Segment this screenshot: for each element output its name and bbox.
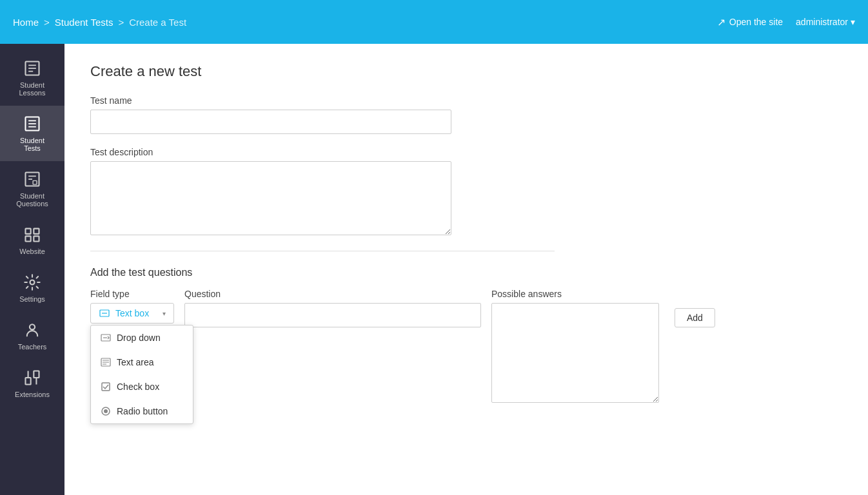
breadcrumb-student-tests[interactable]: Student Tests	[55, 17, 113, 28]
field-type-col: Field type Text box ▾	[90, 289, 174, 324]
question-col: Question	[184, 289, 481, 327]
test-name-label: Test name	[90, 95, 555, 106]
dropdown-item-label: Text area	[117, 357, 154, 367]
sidebar-item-teachers[interactable]: Teachers	[0, 312, 64, 360]
possible-answers-col: Possible answers	[491, 289, 659, 405]
admin-menu-button[interactable]: administrator ▾	[796, 17, 855, 27]
test-description-group: Test description	[90, 147, 555, 238]
possible-answers-textarea[interactable]	[491, 303, 659, 403]
breadcrumb-sep2: >	[118, 17, 124, 28]
sidebar-item-website[interactable]: Website	[0, 217, 64, 264]
field-type-label: Field type	[90, 289, 174, 299]
svg-rect-18	[26, 378, 31, 385]
dropdown-item-check-box[interactable]: Check box	[91, 374, 193, 399]
possible-answers-label: Possible answers	[491, 289, 659, 299]
text-area-icon	[100, 356, 112, 368]
sidebar-item-student-lessons[interactable]: StudentLessons	[0, 50, 64, 106]
open-site-button[interactable]: ↗ Open the site	[717, 16, 783, 28]
dropdown-item-label: Drop down	[117, 333, 161, 343]
test-name-group: Test name	[90, 95, 555, 134]
svg-point-16	[30, 280, 35, 285]
radio-button-icon	[100, 405, 112, 417]
teachers-icon	[23, 321, 41, 339]
svg-rect-11	[33, 180, 37, 184]
open-site-label: Open the site	[729, 17, 783, 27]
question-input[interactable]	[184, 303, 481, 327]
svg-point-17	[30, 324, 35, 329]
svg-rect-13	[34, 229, 39, 234]
admin-label: administrator	[796, 17, 848, 27]
breadcrumb: Home > Student Tests > Create a Test	[13, 17, 186, 28]
svg-rect-30	[102, 383, 110, 391]
page-title: Create a new test	[90, 63, 842, 80]
topbar-right: ↗ Open the site administrator ▾	[717, 16, 855, 28]
layout: StudentLessons StudentTests StudentQuest…	[0, 44, 868, 495]
sidebar-item-label: Website	[19, 248, 45, 255]
dropdown-caret-icon: ▾	[163, 310, 166, 317]
main-content: Create a new test Test name Test descrip…	[64, 44, 868, 495]
svg-rect-19	[34, 371, 39, 378]
external-link-icon: ↗	[717, 16, 725, 28]
sidebar-item-extensions[interactable]: Extensions	[0, 360, 64, 407]
svg-rect-15	[34, 236, 39, 241]
topbar: Home > Student Tests > Create a Test ↗ O…	[0, 0, 868, 44]
field-type-dropdown-wrapper: Text box ▾	[90, 303, 174, 324]
extensions-icon	[23, 369, 41, 387]
add-button[interactable]: Add	[675, 308, 715, 327]
questions-icon	[23, 170, 41, 188]
field-type-dropdown-button[interactable]: Text box ▾	[90, 303, 174, 324]
dropdown-item-label: Check box	[117, 382, 159, 392]
question-label: Question	[184, 289, 481, 299]
sidebar-item-settings[interactable]: Settings	[0, 264, 64, 312]
dropdown-item-text-area[interactable]: Text area	[91, 350, 193, 374]
svg-rect-14	[26, 236, 31, 241]
breadcrumb-home[interactable]: Home	[13, 17, 39, 28]
sidebar-item-student-tests[interactable]: StudentTests	[0, 106, 64, 161]
test-name-input[interactable]	[90, 110, 451, 134]
gear-icon	[23, 273, 41, 291]
form-section: Test name Test description Add the test …	[90, 95, 555, 405]
divider	[90, 251, 555, 251]
sidebar: StudentLessons StudentTests StudentQuest…	[0, 44, 64, 495]
dropdown-selected-label: Text box	[115, 308, 149, 318]
sidebar-item-label: Settings	[19, 295, 45, 303]
dropdown-item-radio-button[interactable]: Radio button	[91, 399, 193, 423]
lessons-icon	[23, 59, 41, 77]
dropdown-item-label: Radio button	[117, 406, 168, 416]
svg-point-32	[104, 409, 108, 413]
sidebar-item-student-questions[interactable]: StudentQuestions	[0, 161, 64, 217]
breadcrumb-current: Create a Test	[129, 17, 186, 28]
test-description-textarea[interactable]	[90, 161, 451, 235]
tests-icon	[23, 115, 41, 133]
website-icon	[23, 226, 41, 244]
questions-row: Field type Text box ▾	[90, 289, 555, 405]
test-description-label: Test description	[90, 147, 555, 157]
check-box-icon	[100, 381, 112, 393]
field-type-dropdown-menu: Drop down	[90, 325, 193, 424]
dropdown-item-drop-down[interactable]: Drop down	[91, 325, 193, 350]
add-questions-title: Add the test questions	[90, 267, 555, 278]
sidebar-item-label: Teachers	[18, 343, 47, 351]
drop-down-icon	[100, 332, 112, 344]
svg-rect-12	[26, 229, 31, 234]
textbox-icon	[99, 307, 110, 319]
sidebar-item-label: StudentTests	[20, 137, 44, 152]
sidebar-item-label: Extensions	[15, 391, 50, 398]
breadcrumb-sep1: >	[44, 17, 50, 28]
sidebar-item-label: StudentLessons	[19, 81, 46, 97]
sidebar-item-label: StudentQuestions	[16, 192, 48, 208]
chevron-down-icon: ▾	[851, 17, 855, 27]
